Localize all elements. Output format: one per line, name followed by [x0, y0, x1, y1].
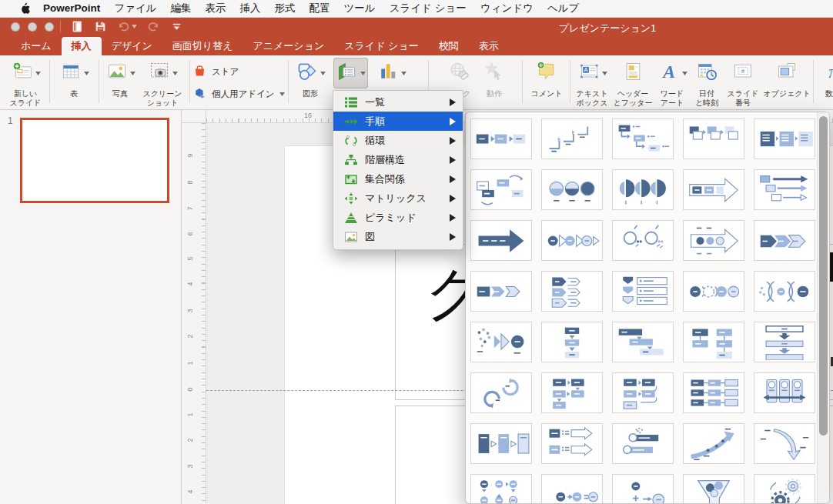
smartart-layout-segmented-process[interactable] — [754, 322, 815, 362]
smartart-layout-equation-process[interactable] — [541, 474, 603, 504]
smartart-layout-timeline-process[interactable] — [612, 423, 674, 464]
tab-スライド ショー[interactable]: スライド ショー — [334, 37, 428, 55]
submenu-arrow-icon — [450, 195, 456, 202]
tab-表示[interactable]: 表示 — [469, 37, 509, 55]
screenshot-button[interactable]: スクリーン ショット — [139, 58, 186, 107]
menubar-item-ヘルプ[interactable]: ヘルプ — [540, 0, 586, 17]
smartart-layout-vertical-chevron-list[interactable] — [541, 271, 603, 312]
smartart-layout-increasing-arrows[interactable] — [754, 169, 815, 210]
smartart-layout-grouped-circle-process[interactable] — [470, 474, 532, 504]
smartart-layout-ascending-arrow-process[interactable] — [683, 423, 744, 464]
gallery-scrollbar-thumb[interactable] — [819, 116, 828, 436]
menubar-item-ツール[interactable]: ツール — [337, 0, 383, 17]
smartart-layout-continuous-circle-process[interactable] — [541, 169, 603, 210]
smartart-layout-circle-accent-process[interactable] — [754, 271, 815, 312]
equation-button[interactable]: π数式 — [816, 58, 833, 98]
smartart-layout-bending-process-grid[interactable] — [683, 372, 744, 413]
tab-デザイン[interactable]: デザイン — [102, 37, 162, 55]
smartart-layout-circle-arrow-process[interactable] — [541, 220, 603, 261]
tab-画面切り替え[interactable]: 画面切り替え — [162, 37, 243, 55]
ribbon-button-label: 新しい スライド — [10, 89, 42, 107]
smartart-layout-bending-process-connector[interactable] — [612, 372, 674, 413]
smartart-layout-counterbalance-panels[interactable] — [754, 372, 815, 413]
smartart-layout-picture-accent-process[interactable] — [683, 118, 744, 159]
wordart-button[interactable]: Aワード アート — [654, 58, 690, 107]
store-button[interactable]: ストア — [192, 64, 239, 80]
tab-挿入[interactable]: 挿入 — [62, 37, 102, 55]
zoom-button[interactable] — [45, 22, 54, 32]
datetime-button[interactable]: 日付 と時刻 — [690, 58, 724, 107]
smartart-category-集合関係[interactable]: 集合関係 — [333, 169, 463, 189]
smartart-category-ピラミッド[interactable]: ピラミッド — [333, 208, 463, 227]
menubar-item-編集[interactable]: 編集 — [164, 0, 199, 17]
slide-thumbnail[interactable] — [20, 118, 169, 203]
addins-button[interactable]: 個人用アドイン — [192, 86, 285, 102]
smartart-layout-half-circle-process[interactable] — [612, 169, 674, 210]
header-footer-button[interactable]: ヘッダー とフッター — [611, 58, 654, 107]
smartart-layout-funnel-process[interactable] — [683, 474, 744, 504]
pyramid-category-icon — [343, 211, 358, 224]
redo-icon[interactable] — [147, 20, 160, 33]
comment-button[interactable]: コメント — [527, 58, 567, 98]
smartart-layout-process-arrows[interactable] — [683, 169, 744, 210]
tab-校閲[interactable]: 校閲 — [429, 37, 469, 55]
slide-number-button[interactable]: #スライド 番号 — [724, 58, 762, 107]
customize-toolbar-icon[interactable] — [170, 20, 183, 33]
new-slide-button[interactable]: 新しい スライド — [3, 58, 48, 107]
smartart-category-一覧[interactable]: 一覧 — [333, 92, 463, 112]
new-presentation-icon[interactable] — [71, 20, 84, 33]
new-slide-icon — [11, 61, 34, 85]
save-icon[interactable] — [94, 20, 107, 33]
menubar-item-スライド ショー[interactable]: スライド ショー — [383, 0, 473, 17]
smartart-layout-converging-process[interactable] — [470, 322, 532, 362]
smartart-layout-alternating-flow[interactable] — [754, 118, 815, 159]
apple-icon[interactable] — [14, 2, 36, 15]
menubar-item-挿入[interactable]: 挿入 — [233, 0, 268, 17]
smartart-layout-step-up-process[interactable] — [541, 118, 603, 159]
smartart-layout-staggered-process[interactable] — [612, 322, 674, 362]
smartart-layout-arrow-ribbon[interactable] — [470, 220, 532, 261]
smartart-layout-descending-arrow-process[interactable] — [754, 423, 815, 464]
smartart-layout-pie-process[interactable] — [683, 220, 744, 261]
smartart-layout-closed-chevron-process[interactable] — [470, 271, 532, 312]
smartart-category-図[interactable]: 図 — [333, 227, 463, 246]
textbox-button[interactable]: Aテキスト ボックス — [573, 58, 611, 107]
smartart-layout-gear-process[interactable] — [754, 474, 815, 504]
tab-アニメーション[interactable]: アニメーション — [243, 37, 334, 55]
undo-icon[interactable] — [117, 20, 137, 33]
process-category-icon — [343, 115, 358, 128]
tab-ホーム[interactable]: ホーム — [11, 37, 62, 55]
menubar-item-ファイル[interactable]: ファイル — [107, 0, 163, 17]
menubar-item-ウィンドウ[interactable]: ウィンドウ — [473, 0, 540, 17]
smartart-category-循環[interactable]: 循環 — [333, 131, 463, 150]
smartart-layout-vertical-arrow-list[interactable] — [612, 271, 674, 312]
smartart-layout-linked-circle-process[interactable] — [683, 271, 744, 312]
smartart-category-マトリックス[interactable]: マトリックス — [333, 189, 463, 208]
addins-icon — [192, 86, 207, 102]
smartart-layout-equation-arrow-process[interactable] — [612, 474, 674, 504]
photos-button[interactable]: 写真 — [102, 58, 139, 98]
smartart-layout-repeating-bending-process[interactable] — [683, 322, 744, 362]
menubar-item-配置[interactable]: 配置 — [303, 0, 337, 17]
menubar-item-形式[interactable]: 形式 — [268, 0, 303, 17]
minimize-button[interactable] — [28, 22, 37, 32]
menubar-item-表示[interactable]: 表示 — [199, 0, 233, 17]
smartart-layout-bending-process-accent[interactable] — [541, 372, 603, 413]
smartart-layout-gallery — [465, 112, 830, 504]
smartart-layout-interconnected-loop-process[interactable] — [470, 372, 532, 413]
smartart-layout-detailed-process[interactable] — [541, 423, 603, 464]
table-button[interactable]: 表 — [52, 58, 95, 98]
smartart-layout-descending-accent-process[interactable] — [612, 118, 674, 159]
object-button[interactable]: オブジェクト — [762, 58, 811, 98]
smartart-category-手順[interactable]: 手順 — [333, 112, 463, 131]
shapes-button[interactable]: 図形 — [291, 58, 330, 98]
menubar-item-powerpoint[interactable]: PowerPoint — [36, 0, 107, 17]
smartart-layout-vertical-process[interactable] — [541, 322, 603, 362]
smartart-layout-dotted-circle-process[interactable] — [612, 220, 674, 261]
smartart-category-階層構造[interactable]: 階層構造 — [333, 150, 463, 169]
close-button[interactable] — [11, 22, 20, 32]
smartart-layout-triangle-strip-process[interactable] — [470, 423, 532, 464]
smartart-layout-basic-process[interactable] — [470, 118, 532, 159]
smartart-layout-chevron-process[interactable] — [754, 220, 815, 261]
smartart-layout-circular-bending-process[interactable] — [470, 169, 532, 210]
